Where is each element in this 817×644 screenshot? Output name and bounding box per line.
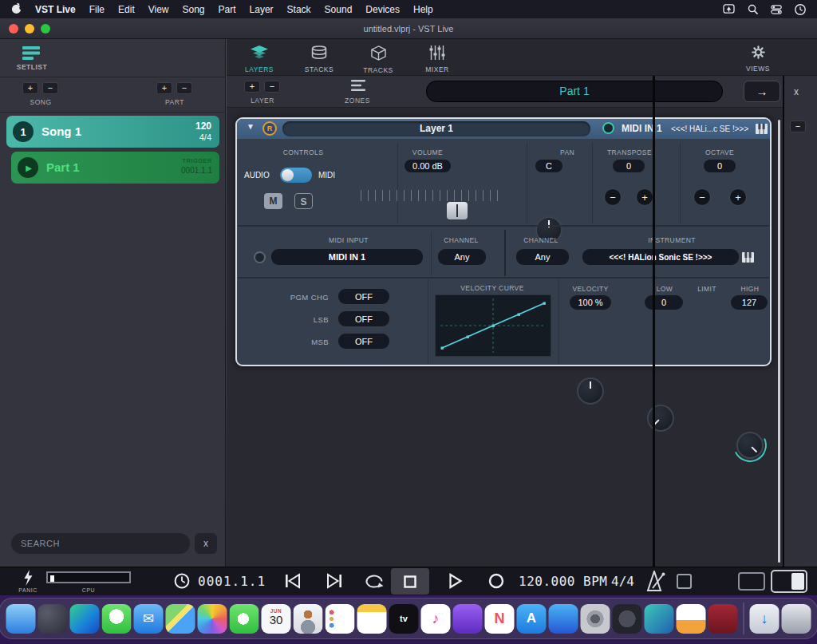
transpose-decrement-button[interactable]: −	[604, 188, 622, 206]
layer-name-field[interactable]: Layer 1	[282, 121, 590, 136]
volume-slider-track[interactable]	[361, 190, 504, 201]
dock-finder-icon[interactable]	[6, 604, 36, 634]
dock-tv-icon[interactable]: tv	[389, 604, 419, 634]
setlist-label[interactable]: SETLIST	[8, 63, 56, 71]
dock-appstore-icon[interactable]: A	[517, 604, 547, 634]
dock-mail-icon[interactable]: ✉	[134, 604, 164, 634]
tempo-display[interactable]: 120.000 BPM	[519, 574, 607, 589]
song-list-item[interactable]: 1 Song 1 120 4/4	[6, 116, 219, 148]
high-value[interactable]: 127	[731, 295, 768, 310]
part-play-icon[interactable]: ▶	[18, 157, 38, 178]
screen-mirroring-icon[interactable]	[723, 4, 735, 14]
dock-maps-icon[interactable]	[166, 604, 195, 634]
tempo-clock-icon[interactable]	[174, 573, 190, 589]
add-part-button[interactable]: +	[156, 82, 172, 94]
menu-view[interactable]: View	[148, 4, 169, 15]
panic-button[interactable]	[22, 570, 34, 586]
right-panel-minimize-button[interactable]: −	[790, 121, 806, 132]
menu-help[interactable]: Help	[413, 4, 433, 15]
menu-app-name[interactable]: VST Live	[35, 4, 76, 15]
spotlight-search-icon[interactable]	[748, 4, 758, 14]
next-part-button[interactable]: →	[744, 81, 780, 102]
dock-utility-icon[interactable]	[613, 604, 642, 634]
zones-icon[interactable]	[351, 79, 365, 95]
dock-testflight-icon[interactable]	[549, 604, 578, 634]
add-song-button[interactable]: +	[22, 82, 38, 94]
menu-layer[interactable]: Layer	[250, 4, 274, 15]
panel-splitter[interactable]	[653, 76, 655, 567]
menu-file[interactable]: File	[89, 4, 105, 15]
channel2-select[interactable]: Any	[516, 249, 569, 265]
song-position-display[interactable]: 0001.1.1	[198, 574, 266, 589]
dock-activation-icon[interactable]	[708, 604, 738, 634]
dock-news-icon[interactable]: N	[485, 604, 515, 634]
close-button[interactable]	[9, 24, 18, 34]
search-clear-button[interactable]: x	[195, 533, 217, 554]
tab-stacks[interactable]: STACKS	[295, 45, 343, 73]
velocity-knob[interactable]	[577, 377, 604, 405]
minimize-button[interactable]	[25, 24, 34, 34]
menu-stack[interactable]: Stack	[287, 4, 311, 15]
remove-layer-button[interactable]: −	[264, 81, 280, 93]
menu-devices[interactable]: Devices	[365, 4, 400, 15]
transpose-increment-button[interactable]: +	[636, 188, 653, 206]
mute-button[interactable]: M	[264, 193, 282, 209]
volume-slider-handle[interactable]	[447, 202, 468, 219]
msb-value[interactable]: OFF	[338, 334, 389, 349]
solo-button[interactable]: S	[294, 193, 313, 209]
add-layer-button[interactable]: +	[244, 81, 260, 93]
right-panel-close-button[interactable]: x	[794, 86, 799, 97]
play-button[interactable]	[448, 573, 463, 589]
remove-part-button[interactable]: −	[176, 82, 192, 94]
skip-to-start-button[interactable]	[284, 573, 302, 589]
record-arm-badge[interactable]: R	[262, 121, 277, 136]
zoom-button[interactable]	[41, 24, 50, 34]
time-signature-display[interactable]: 4/4	[611, 574, 634, 589]
instrument-piano-icon[interactable]	[742, 251, 754, 266]
audio-midi-toggle[interactable]	[280, 168, 312, 183]
record-button[interactable]	[488, 573, 504, 589]
header-midi-input[interactable]: MIDI IN 1	[622, 123, 662, 134]
midi-input-select[interactable]: MIDI IN 1	[271, 249, 423, 265]
transpose-value[interactable]: 0	[613, 160, 645, 172]
high-limit-knob[interactable]	[736, 432, 764, 459]
menu-part[interactable]: Part	[219, 4, 236, 15]
setlist-icon[interactable]	[22, 46, 41, 63]
dock-books-icon[interactable]	[677, 604, 706, 634]
menu-edit[interactable]: Edit	[118, 4, 135, 15]
part-list-item[interactable]: ▶ Part 1 TRIGGER 0001.1.1	[11, 152, 219, 184]
velocity-value[interactable]: 100 %	[570, 295, 611, 310]
dock-downloads-icon[interactable]: ↓	[750, 604, 780, 634]
dock-settings-icon[interactable]	[581, 604, 610, 634]
octave-increment-button[interactable]: +	[729, 188, 747, 206]
header-instrument[interactable]: <<<! HALi...c SE !>>>	[671, 124, 756, 133]
dock-messages-icon[interactable]	[102, 604, 132, 634]
volume-value[interactable]: 0.00 dB	[405, 160, 451, 172]
apple-menu-icon[interactable]	[11, 2, 22, 17]
dock-podcasts-icon[interactable]	[453, 604, 483, 634]
dock-facetime-icon[interactable]	[230, 604, 259, 634]
octave-decrement-button[interactable]: −	[693, 188, 711, 206]
dock-calendar-icon[interactable]: JUN 30	[262, 604, 291, 634]
tab-views[interactable]: VIEWS	[734, 45, 782, 73]
dock-photos-icon[interactable]	[198, 604, 227, 634]
low-limit-knob[interactable]	[647, 405, 674, 432]
dock-contacts-icon[interactable]	[294, 604, 323, 634]
cycle-loop-button[interactable]	[364, 574, 385, 589]
velocity-curve-editor[interactable]	[435, 294, 551, 357]
tab-tracks[interactable]: TRACKS	[354, 45, 402, 74]
dock-reminders-icon[interactable]	[326, 604, 355, 634]
metronome-icon[interactable]	[646, 571, 665, 592]
pgm-chg-value[interactable]: OFF	[338, 289, 389, 304]
tab-mixer[interactable]: MIXER	[413, 45, 461, 73]
control-center-icon[interactable]	[771, 5, 782, 14]
lsb-value[interactable]: OFF	[338, 311, 389, 326]
window-layout-toggle-right[interactable]	[771, 570, 807, 593]
siri-icon[interactable]	[795, 4, 806, 15]
dock-music-icon[interactable]: ♪	[421, 604, 451, 634]
dock-browser-icon[interactable]	[70, 604, 100, 634]
collapse-icon[interactable]: ▼	[247, 122, 255, 131]
dock-notes-icon[interactable]	[357, 604, 387, 634]
menu-sound[interactable]: Sound	[325, 4, 353, 15]
octave-value[interactable]: 0	[704, 160, 736, 172]
